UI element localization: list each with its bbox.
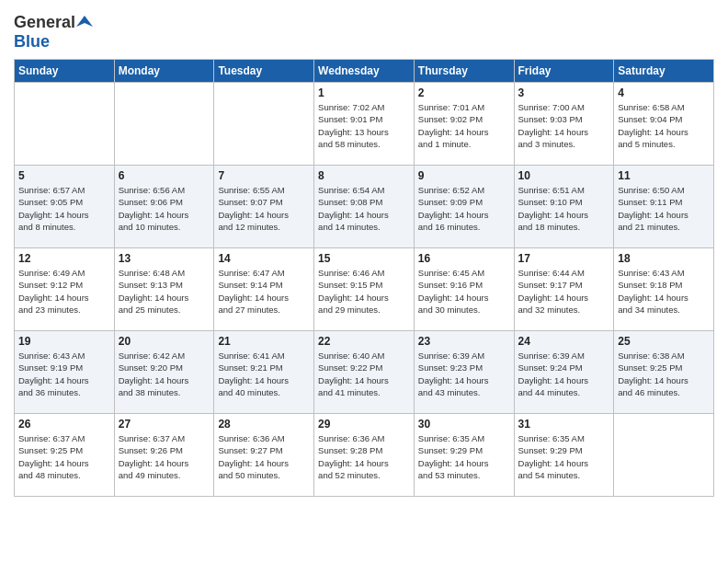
calendar-cell: 9Sunrise: 6:52 AM Sunset: 9:09 PM Daylig… <box>414 166 514 248</box>
day-number: 3 <box>518 86 610 99</box>
day-info: Sunrise: 6:55 AM Sunset: 9:07 PM Dayligh… <box>218 184 310 233</box>
calendar-cell: 30Sunrise: 6:35 AM Sunset: 9:29 PM Dayli… <box>414 414 514 497</box>
day-number: 28 <box>218 418 310 431</box>
day-info: Sunrise: 6:44 AM Sunset: 9:17 PM Dayligh… <box>518 267 610 316</box>
calendar-cell: 10Sunrise: 6:51 AM Sunset: 9:10 PM Dayli… <box>514 166 614 248</box>
weekday-header: Tuesday <box>214 60 314 83</box>
day-number: 30 <box>418 418 510 431</box>
day-info: Sunrise: 6:38 AM Sunset: 9:25 PM Dayligh… <box>618 350 710 398</box>
day-number: 12 <box>18 252 110 265</box>
calendar-cell: 22Sunrise: 6:40 AM Sunset: 9:22 PM Dayli… <box>314 331 415 414</box>
calendar-cell: 15Sunrise: 6:46 AM Sunset: 9:15 PM Dayli… <box>314 248 415 331</box>
calendar-cell: 31Sunrise: 6:35 AM Sunset: 9:29 PM Dayli… <box>514 414 614 497</box>
day-number: 17 <box>518 252 610 265</box>
day-info: Sunrise: 6:36 AM Sunset: 9:28 PM Dayligh… <box>318 432 410 481</box>
day-number: 31 <box>518 418 610 431</box>
day-number: 11 <box>618 169 710 182</box>
calendar-cell: 27Sunrise: 6:37 AM Sunset: 9:26 PM Dayli… <box>114 414 214 497</box>
day-info: Sunrise: 6:35 AM Sunset: 9:29 PM Dayligh… <box>518 432 610 481</box>
calendar-table: SundayMondayTuesdayWednesdayThursdayFrid… <box>14 59 714 497</box>
day-info: Sunrise: 6:50 AM Sunset: 9:11 PM Dayligh… <box>618 184 710 233</box>
weekday-header: Monday <box>114 60 214 83</box>
calendar-cell: 13Sunrise: 6:48 AM Sunset: 9:13 PM Dayli… <box>114 248 214 331</box>
calendar-cell: 16Sunrise: 6:45 AM Sunset: 9:16 PM Dayli… <box>414 248 514 331</box>
day-info: Sunrise: 6:49 AM Sunset: 9:12 PM Dayligh… <box>18 267 110 316</box>
day-number: 24 <box>518 335 610 348</box>
day-number: 15 <box>318 252 410 265</box>
weekday-header: Friday <box>514 60 614 83</box>
calendar-cell: 12Sunrise: 6:49 AM Sunset: 9:12 PM Dayli… <box>15 248 115 331</box>
day-info: Sunrise: 6:41 AM Sunset: 9:21 PM Dayligh… <box>218 350 310 398</box>
day-info: Sunrise: 6:46 AM Sunset: 9:15 PM Dayligh… <box>318 267 410 316</box>
day-number: 10 <box>518 169 610 182</box>
day-info: Sunrise: 6:35 AM Sunset: 9:29 PM Dayligh… <box>418 432 510 481</box>
day-info: Sunrise: 6:43 AM Sunset: 9:19 PM Dayligh… <box>18 350 110 398</box>
day-number: 14 <box>218 252 310 265</box>
calendar-cell: 11Sunrise: 6:50 AM Sunset: 9:11 PM Dayli… <box>614 166 714 248</box>
day-info: Sunrise: 6:51 AM Sunset: 9:10 PM Dayligh… <box>518 184 610 233</box>
calendar-cell: 23Sunrise: 6:39 AM Sunset: 9:23 PM Dayli… <box>414 331 514 414</box>
calendar-cell: 20Sunrise: 6:42 AM Sunset: 9:20 PM Dayli… <box>114 331 214 414</box>
day-info: Sunrise: 6:39 AM Sunset: 9:24 PM Dayligh… <box>518 350 610 398</box>
calendar-cell: 28Sunrise: 6:36 AM Sunset: 9:27 PM Dayli… <box>214 414 314 497</box>
day-number: 5 <box>18 169 110 182</box>
logo-bird-icon <box>76 14 93 30</box>
calendar-cell: 21Sunrise: 6:41 AM Sunset: 9:21 PM Dayli… <box>214 331 314 414</box>
day-number: 25 <box>618 335 710 348</box>
day-number: 13 <box>119 252 210 265</box>
day-info: Sunrise: 6:43 AM Sunset: 9:18 PM Dayligh… <box>618 267 710 316</box>
day-info: Sunrise: 6:48 AM Sunset: 9:13 PM Dayligh… <box>119 267 210 316</box>
calendar-cell: 3Sunrise: 7:00 AM Sunset: 9:03 PM Daylig… <box>514 83 614 166</box>
day-info: Sunrise: 6:58 AM Sunset: 9:04 PM Dayligh… <box>618 101 710 150</box>
calendar-cell: 14Sunrise: 6:47 AM Sunset: 9:14 PM Dayli… <box>214 248 314 331</box>
day-number: 18 <box>618 252 710 265</box>
calendar-cell <box>15 83 115 166</box>
calendar-cell <box>214 83 314 166</box>
calendar-cell: 5Sunrise: 6:57 AM Sunset: 9:05 PM Daylig… <box>15 166 115 248</box>
day-number: 8 <box>318 169 410 182</box>
day-number: 19 <box>18 335 110 348</box>
day-info: Sunrise: 6:52 AM Sunset: 9:09 PM Dayligh… <box>418 184 510 233</box>
calendar-cell <box>614 414 714 497</box>
day-info: Sunrise: 6:37 AM Sunset: 9:25 PM Dayligh… <box>18 432 110 481</box>
calendar-cell: 2Sunrise: 7:01 AM Sunset: 9:02 PM Daylig… <box>414 83 514 166</box>
day-number: 4 <box>618 86 710 99</box>
calendar-cell <box>114 83 214 166</box>
weekday-header: Sunday <box>15 60 115 83</box>
day-info: Sunrise: 7:02 AM Sunset: 9:01 PM Dayligh… <box>318 101 410 150</box>
day-number: 9 <box>418 169 510 182</box>
day-number: 1 <box>318 86 410 99</box>
day-info: Sunrise: 7:01 AM Sunset: 9:02 PM Dayligh… <box>418 101 510 150</box>
weekday-header: Thursday <box>414 60 514 83</box>
day-number: 20 <box>119 335 210 348</box>
weekday-header: Saturday <box>614 60 714 83</box>
logo: General Blue <box>14 9 93 52</box>
logo-general-text: General <box>14 13 75 32</box>
calendar-week-row: 19Sunrise: 6:43 AM Sunset: 9:19 PM Dayli… <box>15 331 714 414</box>
day-number: 16 <box>418 252 510 265</box>
svg-marker-0 <box>76 16 93 27</box>
calendar-week-row: 1Sunrise: 7:02 AM Sunset: 9:01 PM Daylig… <box>15 83 714 166</box>
day-number: 6 <box>119 169 210 182</box>
logo-blue-text: Blue <box>14 32 50 51</box>
calendar-cell: 19Sunrise: 6:43 AM Sunset: 9:19 PM Dayli… <box>15 331 115 414</box>
day-number: 7 <box>218 169 310 182</box>
day-info: Sunrise: 6:40 AM Sunset: 9:22 PM Dayligh… <box>318 350 410 398</box>
day-number: 21 <box>218 335 310 348</box>
day-number: 22 <box>318 335 410 348</box>
calendar-week-row: 12Sunrise: 6:49 AM Sunset: 9:12 PM Dayli… <box>15 248 714 331</box>
calendar-cell: 29Sunrise: 6:36 AM Sunset: 9:28 PM Dayli… <box>314 414 415 497</box>
day-info: Sunrise: 7:00 AM Sunset: 9:03 PM Dayligh… <box>518 101 610 150</box>
day-info: Sunrise: 6:45 AM Sunset: 9:16 PM Dayligh… <box>418 267 510 316</box>
calendar-cell: 17Sunrise: 6:44 AM Sunset: 9:17 PM Dayli… <box>514 248 614 331</box>
calendar-cell: 24Sunrise: 6:39 AM Sunset: 9:24 PM Dayli… <box>514 331 614 414</box>
weekday-header-row: SundayMondayTuesdayWednesdayThursdayFrid… <box>15 60 714 83</box>
day-info: Sunrise: 6:39 AM Sunset: 9:23 PM Dayligh… <box>418 350 510 398</box>
day-number: 23 <box>418 335 510 348</box>
page-header: General Blue <box>14 9 714 52</box>
day-number: 26 <box>18 418 110 431</box>
day-info: Sunrise: 6:56 AM Sunset: 9:06 PM Dayligh… <box>119 184 210 233</box>
day-info: Sunrise: 6:37 AM Sunset: 9:26 PM Dayligh… <box>119 432 210 481</box>
calendar-week-row: 5Sunrise: 6:57 AM Sunset: 9:05 PM Daylig… <box>15 166 714 248</box>
day-info: Sunrise: 6:42 AM Sunset: 9:20 PM Dayligh… <box>119 350 210 398</box>
